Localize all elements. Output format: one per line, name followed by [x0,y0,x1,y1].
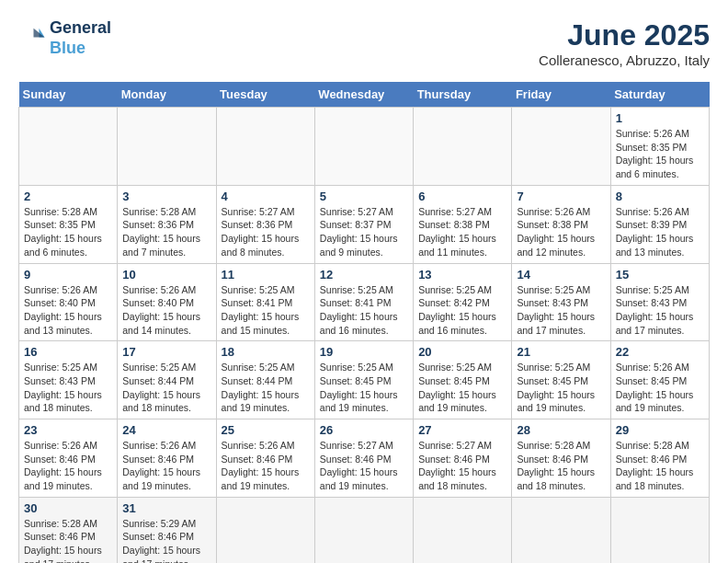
day-number: 7 [517,190,605,203]
calendar-cell: 31 Sunrise: 5:29 AM Sunset: 8:46 PM Dayl… [118,497,216,563]
day-info: Sunrise: 5:25 AM Sunset: 8:43 PM Dayligh… [517,283,605,338]
calendar-cell [19,108,118,186]
calendar-cell [610,497,709,563]
day-number: 8 [616,190,704,203]
day-number: 4 [222,190,310,203]
day-info: Sunrise: 5:25 AM Sunset: 8:43 PM Dayligh… [616,283,704,338]
day-info: Sunrise: 5:25 AM Sunset: 8:45 PM Dayligh… [320,361,408,415]
calendar-cell: 30 Sunrise: 5:28 AM Sunset: 8:46 PM Dayl… [19,497,118,563]
calendar-cell: 17 Sunrise: 5:25 AM Sunset: 8:44 PM Dayl… [118,341,216,419]
calendar-cell: 29 Sunrise: 5:28 AM Sunset: 8:46 PM Dayl… [610,419,709,498]
calendar-week-1: 1 Sunrise: 5:26 AM Sunset: 8:35 PM Dayli… [19,108,710,186]
day-number: 16 [24,345,112,359]
day-info: Sunrise: 5:27 AM Sunset: 8:38 PM Dayligh… [418,205,506,259]
calendar-cell: 24 Sunrise: 5:26 AM Sunset: 8:46 PM Dayl… [118,419,216,498]
day-number: 30 [24,501,112,515]
day-info: Sunrise: 5:25 AM Sunset: 8:41 PM Dayligh… [320,283,408,338]
calendar-cell: 21 Sunrise: 5:25 AM Sunset: 8:45 PM Dayl… [512,341,610,419]
day-info: Sunrise: 5:26 AM Sunset: 8:46 PM Dayligh… [122,439,210,493]
day-number: 29 [616,423,704,437]
header-monday: Monday [118,82,216,108]
day-number: 23 [24,423,112,437]
day-number: 2 [24,190,112,203]
calendar-header-row: SundayMondayTuesdayWednesdayThursdayFrid… [19,82,710,108]
month-title: June 2025 [539,18,710,52]
calendar-cell [216,497,314,563]
calendar-cell [414,497,512,563]
day-info: Sunrise: 5:26 AM Sunset: 8:46 PM Dayligh… [222,439,310,493]
day-info: Sunrise: 5:25 AM Sunset: 8:45 PM Dayligh… [517,361,605,415]
day-number: 5 [320,190,408,203]
day-number: 18 [222,345,310,359]
calendar-cell: 14 Sunrise: 5:25 AM Sunset: 8:43 PM Dayl… [512,263,610,341]
day-number: 10 [122,268,210,282]
header-thursday: Thursday [414,82,512,108]
day-info: Sunrise: 5:29 AM Sunset: 8:46 PM Dayligh… [122,517,210,563]
header-tuesday: Tuesday [216,82,314,108]
day-number: 25 [222,423,310,437]
calendar-cell [512,108,610,186]
title-block: June 2025 Colleranesco, Abruzzo, Italy [539,18,710,68]
day-info: Sunrise: 5:26 AM Sunset: 8:38 PM Dayligh… [517,205,605,259]
logo: GeneralBlue [18,18,111,58]
page-header: GeneralBlue June 2025 Colleranesco, Abru… [18,18,710,68]
location: Colleranesco, Abruzzo, Italy [539,52,710,68]
day-info: Sunrise: 5:27 AM Sunset: 8:46 PM Dayligh… [320,439,408,493]
logo-icon [18,25,46,52]
day-number: 31 [122,501,210,515]
day-info: Sunrise: 5:28 AM Sunset: 8:46 PM Dayligh… [24,517,112,563]
calendar-cell: 26 Sunrise: 5:27 AM Sunset: 8:46 PM Dayl… [314,419,413,498]
day-number: 6 [418,190,506,203]
calendar-cell: 15 Sunrise: 5:25 AM Sunset: 8:43 PM Dayl… [610,263,709,341]
calendar-cell: 10 Sunrise: 5:26 AM Sunset: 8:40 PM Dayl… [118,263,216,341]
calendar-cell: 1 Sunrise: 5:26 AM Sunset: 8:35 PM Dayli… [610,108,709,186]
day-number: 28 [517,423,605,437]
calendar-cell: 3 Sunrise: 5:28 AM Sunset: 8:36 PM Dayli… [118,185,216,263]
calendar-cell: 7 Sunrise: 5:26 AM Sunset: 8:38 PM Dayli… [512,185,610,263]
day-info: Sunrise: 5:27 AM Sunset: 8:36 PM Dayligh… [222,205,310,259]
day-info: Sunrise: 5:25 AM Sunset: 8:43 PM Dayligh… [24,361,112,415]
calendar-table: SundayMondayTuesdayWednesdayThursdayFrid… [18,82,710,563]
day-info: Sunrise: 5:26 AM Sunset: 8:39 PM Dayligh… [616,205,704,259]
calendar-cell [118,108,216,186]
day-number: 27 [418,423,506,437]
calendar-cell [216,108,314,186]
calendar-week-5: 23 Sunrise: 5:26 AM Sunset: 8:46 PM Dayl… [19,419,710,498]
day-number: 14 [517,268,605,282]
day-info: Sunrise: 5:25 AM Sunset: 8:44 PM Dayligh… [122,361,210,415]
day-info: Sunrise: 5:26 AM Sunset: 8:40 PM Dayligh… [122,283,210,338]
header-wednesday: Wednesday [314,82,413,108]
day-info: Sunrise: 5:27 AM Sunset: 8:37 PM Dayligh… [320,205,408,259]
calendar-week-2: 2 Sunrise: 5:28 AM Sunset: 8:35 PM Dayli… [19,185,710,263]
calendar-cell: 12 Sunrise: 5:25 AM Sunset: 8:41 PM Dayl… [314,263,413,341]
day-number: 3 [122,190,210,203]
calendar-cell: 19 Sunrise: 5:25 AM Sunset: 8:45 PM Dayl… [314,341,413,419]
header-saturday: Saturday [610,82,709,108]
day-number: 12 [320,268,408,282]
day-number: 1 [616,111,704,125]
header-friday: Friday [512,82,610,108]
day-number: 20 [418,345,506,359]
day-number: 26 [320,423,408,437]
calendar-cell: 28 Sunrise: 5:28 AM Sunset: 8:46 PM Dayl… [512,419,610,498]
logo-text: GeneralBlue [50,18,111,58]
day-number: 15 [616,268,704,282]
calendar-cell: 5 Sunrise: 5:27 AM Sunset: 8:37 PM Dayli… [314,185,413,263]
day-info: Sunrise: 5:28 AM Sunset: 8:46 PM Dayligh… [616,439,704,493]
day-number: 9 [24,268,112,282]
day-number: 17 [122,345,210,359]
day-info: Sunrise: 5:25 AM Sunset: 8:44 PM Dayligh… [222,361,310,415]
calendar-cell: 23 Sunrise: 5:26 AM Sunset: 8:46 PM Dayl… [19,419,118,498]
calendar-cell: 13 Sunrise: 5:25 AM Sunset: 8:42 PM Dayl… [414,263,512,341]
day-info: Sunrise: 5:28 AM Sunset: 8:35 PM Dayligh… [24,205,112,259]
calendar-week-3: 9 Sunrise: 5:26 AM Sunset: 8:40 PM Dayli… [19,263,710,341]
calendar-cell: 27 Sunrise: 5:27 AM Sunset: 8:46 PM Dayl… [414,419,512,498]
day-info: Sunrise: 5:25 AM Sunset: 8:41 PM Dayligh… [222,283,310,338]
calendar-week-6: 30 Sunrise: 5:28 AM Sunset: 8:46 PM Dayl… [19,497,710,563]
day-number: 13 [418,268,506,282]
day-info: Sunrise: 5:28 AM Sunset: 8:46 PM Dayligh… [517,439,605,493]
calendar-cell: 4 Sunrise: 5:27 AM Sunset: 8:36 PM Dayli… [216,185,314,263]
calendar-cell: 22 Sunrise: 5:26 AM Sunset: 8:45 PM Dayl… [610,341,709,419]
calendar-cell [314,497,413,563]
day-info: Sunrise: 5:27 AM Sunset: 8:46 PM Dayligh… [418,439,506,493]
